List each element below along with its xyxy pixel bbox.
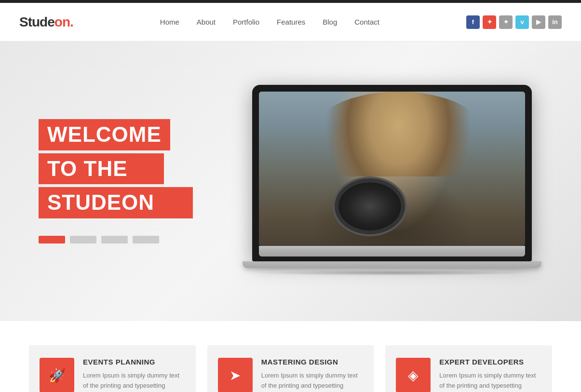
laptop-body — [252, 85, 532, 261]
laptop-screen — [259, 92, 525, 246]
twitter-icon[interactable]: ✦ — [483, 15, 496, 29]
design-icon-box: ➤ — [218, 358, 253, 392]
feature-card-design: ➤ MASTERING DESIGN Lorem Ipsum is simply… — [207, 345, 374, 392]
hero-section: WELCOME TO THE STUDEON — [0, 41, 581, 321]
nav-item-features[interactable]: Features — [277, 18, 305, 27]
social-icons: f ✦ ✦ v ▶ in — [466, 15, 562, 29]
features-section: 🚀 EVENTS PLANNING Lorem Ipsum is simply … — [0, 321, 581, 392]
hero-dot-3[interactable] — [101, 236, 128, 243]
header: Studeon. Home About Portfolio Features B… — [0, 3, 581, 41]
logo[interactable]: Studeon. — [19, 14, 73, 30]
developers-title: EXPERT DEVELOPERS — [439, 358, 541, 366]
developers-content: EXPERT DEVELOPERS Lorem Ipsum is simply … — [439, 358, 541, 392]
linkedin-icon[interactable]: in — [548, 15, 562, 29]
developers-icon-box: ◈ — [396, 358, 431, 392]
nav-item-portfolio[interactable]: Portfolio — [233, 18, 259, 27]
laptop-screen-content — [259, 92, 525, 246]
hero-dot-4[interactable] — [133, 236, 159, 243]
hero-dot-2[interactable] — [70, 236, 96, 243]
hero-title-line3: STUDEON — [39, 187, 193, 218]
logo-accent: on — [54, 14, 70, 29]
rss-icon[interactable]: ✦ — [499, 15, 513, 29]
rocket-icon: 🚀 — [49, 367, 66, 383]
hero-dot-1[interactable] — [39, 236, 65, 243]
design-description: Lorem Ipsum is simply dummy text of the … — [261, 371, 364, 392]
design-content: MASTERING DESIGN Lorem Ipsum is simply d… — [261, 358, 364, 392]
facebook-icon[interactable]: f — [466, 15, 480, 29]
main-nav: Home About Portfolio Features Blog Conta… — [160, 18, 379, 27]
youtube-icon[interactable]: ▶ — [532, 15, 545, 29]
hero-image — [241, 85, 542, 278]
screen-photo — [259, 92, 525, 246]
events-description: Lorem Ipsum is simply dummy text of the … — [83, 371, 185, 392]
developers-description: Lorem Ipsum is simply dummy text of the … — [439, 371, 541, 392]
hero-title-block: WELCOME TO THE STUDEON — [39, 119, 241, 221]
hero-title-line2: TO THE — [39, 153, 164, 184]
nav-item-home[interactable]: Home — [160, 18, 179, 27]
hero-slider-dots — [39, 236, 241, 243]
nav-item-contact[interactable]: Contact — [354, 18, 379, 27]
layers-icon: ◈ — [408, 367, 419, 383]
events-content: EVENTS PLANNING Lorem Ipsum is simply du… — [83, 358, 185, 392]
laptop-mockup — [252, 85, 532, 278]
nav-item-blog[interactable]: Blog — [323, 18, 337, 27]
hero-title-line1: WELCOME — [39, 119, 170, 150]
events-title: EVENTS PLANNING — [83, 358, 185, 366]
logo-dot: . — [70, 14, 73, 29]
feature-card-developers: ◈ EXPERT DEVELOPERS Lorem Ipsum is simpl… — [385, 345, 552, 392]
cursor-icon: ➤ — [230, 367, 241, 383]
nav-item-about[interactable]: About — [197, 18, 216, 27]
events-icon-box: 🚀 — [40, 358, 74, 392]
feature-card-events: 🚀 EVENTS PLANNING Lorem Ipsum is simply … — [29, 345, 196, 392]
hero-content: WELCOME TO THE STUDEON — [39, 119, 241, 243]
design-title: MASTERING DESIGN — [261, 358, 364, 366]
laptop-bottom-bezel — [259, 246, 525, 257]
laptop-shadow — [252, 270, 532, 276]
laptop-base — [243, 261, 541, 268]
vimeo-icon[interactable]: v — [515, 15, 529, 29]
